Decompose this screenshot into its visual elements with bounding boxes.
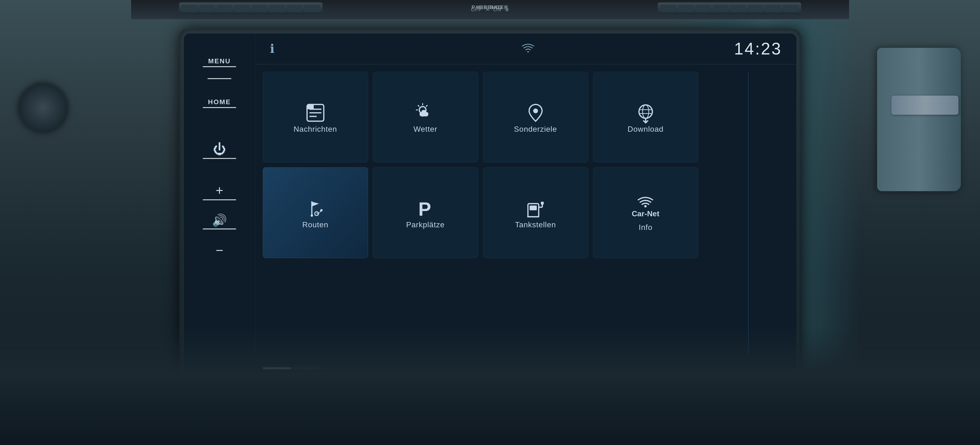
door-handle (891, 96, 958, 115)
routes-icon (304, 196, 328, 220)
vent-left (179, 2, 323, 14)
svg-rect-4 (307, 105, 314, 109)
tile-nachrichten[interactable]: Nachrichten (263, 72, 368, 163)
nachrichten-label: Nachrichten (294, 125, 337, 134)
dashboard-area (0, 326, 980, 445)
power-divider (203, 158, 236, 159)
tile-parkplaetze[interactable]: P Parkplätze (373, 167, 478, 258)
grid-vertical-divider (748, 72, 749, 354)
wifi-section (522, 43, 535, 55)
menu-divider (203, 66, 236, 67)
tile-sonderziele[interactable]: Sonderziele (483, 72, 588, 163)
airbag-label2: AIR BAG (477, 4, 503, 11)
door-trim-right (877, 48, 961, 191)
volume-down-icon: − (216, 242, 223, 258)
weather-icon (414, 101, 438, 125)
home-label: HOME (208, 98, 231, 106)
parking-icon: P (414, 196, 438, 220)
poi-icon (523, 101, 547, 125)
svg-point-20 (311, 214, 313, 217)
tile-wetter[interactable]: Wetter (373, 72, 478, 163)
vol-up-divider (203, 199, 236, 200)
svg-point-12 (639, 105, 652, 118)
vent-right (658, 2, 801, 14)
left-control-knob (19, 84, 67, 131)
carnet-icon (636, 194, 655, 208)
svg-line-9 (418, 105, 419, 106)
sidebar-item-power[interactable]: ⏻ (184, 132, 255, 173)
sidebar-item-vol-down[interactable]: − (184, 238, 255, 263)
svg-rect-23 (530, 206, 537, 210)
top-vent-area: PASSENGER AIR BAG OFF ✕ ON ⊗ (131, 0, 849, 19)
sidebar-item-menu[interactable]: MENU (184, 48, 255, 81)
vent-slats-left (179, 2, 323, 14)
tile-info[interactable]: Car-Net Info (593, 167, 698, 258)
grid-row-1: Nachrichten (263, 72, 789, 163)
tile-routen[interactable]: Routen (263, 167, 368, 258)
wifi-icon (522, 43, 535, 55)
sidebar-item-home[interactable]: HOME (184, 89, 255, 122)
routen-label: Routen (302, 220, 328, 229)
info-label: Info (639, 223, 652, 232)
download-globe-icon (634, 101, 658, 125)
menu-label: MENU (208, 57, 231, 65)
tile-tankstellen[interactable]: Tankstellen (483, 167, 588, 258)
grid-row-2: Routen P Parkplätze (263, 167, 789, 258)
svg-rect-26 (541, 202, 544, 204)
news-icon (304, 101, 328, 125)
sidebar-item-vol-up[interactable]: + (184, 178, 255, 210)
sonderziele-label: Sonderziele (514, 125, 557, 134)
svg-text:P: P (418, 198, 431, 220)
clock-display: 14:23 (734, 39, 782, 58)
header-left-icons: ℹ (270, 42, 275, 56)
download-label: Download (627, 125, 663, 134)
speaker-divider (203, 228, 236, 230)
fuel-icon (523, 196, 547, 220)
svg-point-13 (643, 105, 649, 118)
parkplaetze-label: Parkplätze (406, 220, 445, 229)
sidebar-item-speaker[interactable]: 🔊 (184, 210, 255, 238)
car-label: Car-Net (632, 209, 660, 218)
speaker-icon: 🔊 (212, 214, 227, 227)
power-icon: ⏻ (213, 141, 226, 157)
svg-line-10 (426, 105, 428, 106)
location-icon: ℹ (270, 42, 275, 56)
tile-download[interactable]: Download (593, 72, 698, 163)
svg-point-11 (533, 109, 538, 113)
svg-point-28 (644, 205, 647, 207)
wetter-label: Wetter (414, 125, 438, 134)
volume-up-icon: + (216, 183, 223, 198)
home-divider (203, 107, 236, 108)
vent-slats-right (658, 2, 801, 14)
tankstellen-label: Tankstellen (515, 220, 556, 229)
header-bar: ℹ 14:23 (256, 33, 797, 65)
